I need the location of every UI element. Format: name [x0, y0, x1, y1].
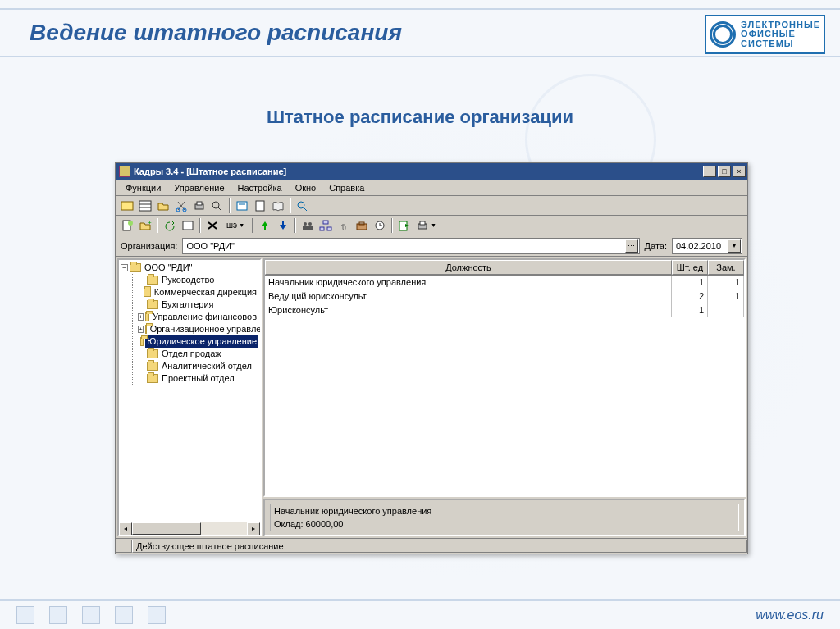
properties-icon[interactable] [234, 198, 250, 214]
tree-item[interactable]: Коммерческая дирекция [138, 286, 258, 299]
tree-spacer [138, 362, 145, 370]
people-icon[interactable] [299, 217, 316, 234]
collapse-icon[interactable]: − [121, 264, 128, 271]
svg-rect-0 [121, 202, 133, 210]
table-row[interactable]: Юрисконсульт1 [265, 303, 744, 317]
minimize-button[interactable]: _ [703, 166, 716, 177]
expand-icon[interactable]: + [138, 326, 144, 333]
scroll-right-button[interactable]: ▸ [247, 522, 260, 536]
close-button[interactable]: × [733, 166, 746, 177]
slide-subtitle: Штатное расписание организации [0, 107, 840, 128]
footer-icon-1 [16, 606, 34, 624]
salary-value: 60000,00 [306, 519, 344, 529]
attach-icon[interactable] [336, 217, 352, 234]
export-icon[interactable] [396, 217, 413, 234]
tree-root[interactable]: − ООО "РДИ" [121, 262, 258, 274]
col-header-units[interactable]: Шт. ед [672, 260, 708, 275]
tree-item-label: Бухгалтерия [160, 299, 216, 311]
col-header-subst[interactable]: Зам. [708, 260, 744, 275]
tree-item[interactable]: Аналитический отдел [138, 360, 258, 372]
folder-icon [147, 300, 158, 309]
scroll-thumb[interactable] [132, 522, 201, 535]
org-icon[interactable] [317, 217, 334, 234]
search-icon[interactable] [209, 198, 226, 214]
tree-item[interactable]: Руководство [138, 274, 258, 286]
menu-help[interactable]: Справка [322, 181, 371, 194]
slide-title: Ведение штатного расписания [30, 20, 402, 46]
tree-item-label: Проектный отдел [160, 372, 236, 385]
tree-item[interactable]: Проектный отдел [138, 372, 258, 385]
org-combo[interactable]: ООО "РДИ" ⋯ [182, 238, 639, 254]
tree-scrollbar[interactable]: ◂ ▸ [119, 522, 260, 535]
svg-point-21 [304, 222, 307, 226]
app-icon [119, 166, 130, 177]
tree-item[interactable]: Бухгалтерия [138, 299, 258, 311]
table-row[interactable]: Начальник юридического управления11 [265, 276, 744, 289]
titlebar[interactable]: Кадры 3.4 - [Штатное расписание] _ □ × [116, 163, 747, 180]
find-icon[interactable] [294, 198, 311, 214]
cell-units: 2 [672, 289, 708, 303]
tree-spacer [138, 289, 142, 296]
print-dropdown-icon[interactable] [414, 217, 431, 234]
expand-icon[interactable]: + [138, 313, 144, 321]
delete-icon[interactable] [204, 217, 221, 234]
date-value: 04.02.2010 [676, 241, 721, 251]
print-icon[interactable] [191, 198, 208, 214]
table-row[interactable]: Ведущий юрисконсульт21 [265, 289, 744, 303]
svg-line-14 [304, 207, 307, 211]
svg-text:+: + [148, 220, 152, 226]
menu-management[interactable]: Управление [167, 181, 231, 194]
tree-item-label: Юридическое управление [145, 335, 258, 348]
tree-item[interactable]: +Управление финансовов [138, 311, 258, 323]
arrow-up-icon[interactable] [257, 217, 273, 234]
refresh-icon[interactable] [162, 217, 178, 234]
tree-item-label: Отдел продаж [160, 348, 223, 360]
tree-item[interactable]: +Организационное управле [138, 323, 258, 335]
folder-icon [140, 337, 144, 346]
open-icon[interactable] [155, 198, 171, 214]
svg-rect-26 [327, 227, 331, 230]
org-combo-button[interactable]: ⋯ [625, 239, 638, 253]
svg-rect-34 [420, 221, 425, 225]
menu-window[interactable]: Окно [289, 181, 323, 194]
new-folder-icon[interactable]: + [137, 217, 153, 234]
svg-rect-25 [320, 227, 324, 230]
date-input[interactable]: 04.02.2010 ▾ [672, 238, 742, 254]
svg-point-16 [128, 221, 133, 226]
folder-icon [147, 349, 158, 358]
folder-icon [147, 374, 158, 383]
menu-settings[interactable]: Настройка [231, 181, 289, 194]
tree-item-label: Коммерческая дирекция [153, 286, 258, 299]
scroll-left-button[interactable]: ◂ [119, 522, 132, 536]
tree-spacer [138, 338, 139, 345]
tree-spacer [138, 350, 145, 358]
col-header-position[interactable]: Должность [265, 260, 672, 275]
filter-bar: Организация: ООО "РДИ" ⋯ Дата: 04.02.201… [116, 235, 747, 257]
date-label: Дата: [645, 241, 667, 251]
cut-icon[interactable] [173, 198, 189, 214]
clock-icon[interactable] [372, 217, 388, 234]
chevron-down-icon[interactable]: ▼ [431, 222, 436, 228]
arrow-down-icon[interactable] [275, 217, 291, 234]
folder-icon [147, 276, 158, 285]
report-icon[interactable] [252, 198, 268, 214]
book-icon[interactable] [270, 198, 286, 214]
date-picker-button[interactable]: ▾ [728, 239, 741, 253]
briefcase-icon[interactable] [354, 217, 370, 234]
menu-functions[interactable]: Функции [119, 181, 167, 194]
svg-point-13 [298, 202, 304, 208]
org-combo-value: ООО "РДИ" [186, 241, 235, 251]
new-icon[interactable] [119, 217, 135, 234]
edit-icon[interactable] [180, 217, 196, 234]
table-icon[interactable] [137, 198, 153, 214]
tree-item[interactable]: Отдел продаж [138, 348, 258, 360]
tree-item-label: Организационное управле [148, 323, 262, 335]
footer-icon-3 [82, 606, 100, 624]
tree-item[interactable]: Юридическое управление [138, 335, 258, 348]
footer-icon-2 [49, 606, 67, 624]
tree-item-label: Руководство [160, 274, 216, 286]
mode-dropdown[interactable]: шэ▼ [222, 217, 249, 234]
maximize-button[interactable]: □ [718, 166, 731, 177]
menubar: Функции Управление Настройка Окно Справк… [116, 180, 747, 196]
card-icon[interactable] [119, 198, 135, 214]
